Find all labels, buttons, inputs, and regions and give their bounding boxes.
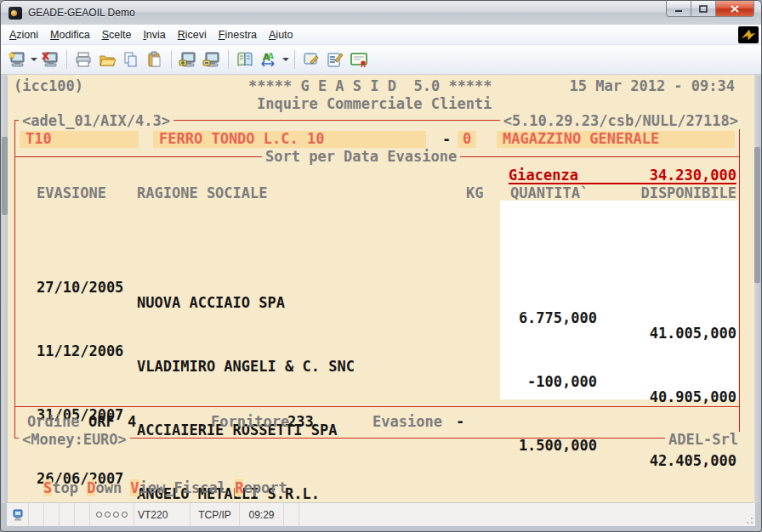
session-pc-icon [12, 509, 24, 521]
send-file-button[interactable] [177, 48, 199, 71]
app-banner: ***** G E A S I D 5.0 ***** [248, 78, 492, 94]
fonts-button[interactable]: AA [258, 48, 280, 71]
svg-text:A: A [268, 52, 274, 60]
article-description-field[interactable]: FERRO TONDO L.C. 10 [153, 131, 426, 148]
status-cell-empty [60, 503, 75, 526]
program-id: (icc100) [14, 78, 83, 94]
giacenza-value: 34.230,000 [650, 167, 736, 183]
print-button[interactable] [72, 48, 94, 71]
receive-file-button[interactable] [201, 48, 223, 71]
terminal-screen[interactable]: (icc100) ***** G E A S I D 5.0 ***** 15 … [7, 75, 755, 502]
edit-screen-button[interactable] [300, 48, 322, 71]
function-key[interactable]: View_Fiscal [130, 479, 235, 496]
function-key[interactable]: Down [87, 479, 130, 496]
connect-button[interactable] [6, 48, 28, 71]
row-date: 11/12/2006 [37, 343, 123, 359]
menu-bar: Azioni Modifica Scelte Invia Ricevi Fine… [1, 25, 761, 45]
scrollbar-thumb[interactable] [754, 147, 760, 283]
col-header-evasione: EVASIONE [37, 185, 106, 201]
close-icon [731, 5, 739, 13]
application-window: GEADE-GEAOIL Demo Azioni Modifica Scelte… [0, 0, 762, 532]
giacenza-label: Giacenza [509, 167, 578, 183]
session-status-cell [7, 503, 29, 526]
row-date: 27/10/2005 [37, 280, 123, 295]
evasione-value: - [456, 414, 464, 430]
status-bar: VT220 TCP/IP 09:29 [7, 502, 755, 526]
window-icon [9, 7, 22, 20]
paste-button[interactable] [144, 48, 166, 71]
col-header-disponibile: DISPONIBILE [640, 185, 736, 201]
window-title: GEADE-GEAOIL Demo [28, 7, 135, 19]
host-label: <5.10.29.23/csb/NULL/27118> [500, 113, 742, 129]
toolbar-separator [294, 50, 295, 69]
app-jet-icon [738, 26, 759, 43]
screen-subtitle: Inquire Commerciale Clienti [257, 96, 492, 112]
row-quantity: 1.500,000 [519, 438, 597, 453]
status-light-icon [122, 512, 128, 518]
article-code-field[interactable]: T10 [20, 131, 139, 148]
fornitore-number: 233 [287, 414, 314, 430]
menu-item[interactable]: Ricevi [172, 26, 213, 43]
minimize-icon [674, 5, 683, 13]
warehouse-name-field[interactable]: MAGAZZINO GENERALE [497, 131, 735, 148]
company-label: ADEL-Srl [665, 432, 742, 448]
footer-divider-line [14, 406, 740, 407]
left-scrollbar[interactable] [2, 76, 8, 503]
right-scrollbar[interactable] [754, 76, 760, 503]
toolbar-separator [66, 50, 67, 69]
row-quantity: -100,000 [527, 374, 597, 389]
resize-grip[interactable] [743, 514, 753, 524]
status-cell-empty [44, 503, 60, 526]
window-frame-bottom [1, 526, 761, 531]
fonts-dropdown-caret[interactable] [282, 58, 289, 61]
properties-button[interactable] [324, 48, 346, 71]
function-key[interactable]: Report [235, 479, 287, 496]
ordine-type: ORF [88, 414, 115, 430]
field-separator: - [442, 132, 451, 148]
close-button[interactable] [715, 1, 754, 17]
menu-item[interactable]: Aiuto [263, 26, 299, 43]
function-key[interactable]: Stop [43, 479, 87, 496]
menu-item[interactable]: Finestra [213, 26, 263, 43]
status-cell-empty [29, 503, 44, 526]
toolbar-separator [228, 50, 229, 69]
sort-label: Sort per Data Evasione [262, 149, 460, 165]
col-header-quantita: QUANTITA` [510, 185, 589, 201]
status-light-icon [96, 512, 102, 518]
disconnect-button[interactable] [39, 48, 61, 71]
status-light-icon [105, 512, 111, 518]
title-bar[interactable]: GEADE-GEAOIL Demo [1, 1, 761, 25]
menu-item[interactable]: Modifica [44, 26, 96, 43]
scrollbar-thumb[interactable] [2, 137, 8, 215]
fornitore-label: Fornitore [211, 414, 289, 430]
copy-button[interactable] [120, 48, 142, 71]
ordine-number: 4 [128, 414, 136, 430]
menu-item[interactable]: Scelte [96, 26, 138, 43]
license-button[interactable] [348, 48, 370, 71]
table-row[interactable]: 27/10/2005 NUOVA ACCIAIO SPA 6.775,000 4… [7, 264, 755, 282]
row-company: VLADIMIRO ANGELI & C. SNC [137, 359, 355, 374]
phonebook-button[interactable] [234, 48, 256, 71]
table-row[interactable]: 11/12/2006 VLADIMIRO ANGELI & C. SNC -10… [7, 328, 755, 346]
warehouse-code-field[interactable]: 0 [458, 131, 476, 148]
menu-item[interactable]: Invia [137, 26, 171, 43]
giacenza-total: Giacenza 34.230,000 [509, 167, 736, 184]
open-folder-button[interactable] [96, 48, 118, 71]
status-cell-empty [75, 503, 90, 526]
maximize-icon [699, 5, 708, 13]
col-header-kg: KG [466, 185, 483, 201]
maximize-button[interactable] [691, 1, 715, 17]
status-lights [90, 503, 134, 526]
connect-dropdown-caret[interactable] [31, 58, 37, 61]
toolbar-separator [171, 50, 172, 69]
menu-item[interactable]: Azioni [3, 26, 44, 43]
function-key-menu: Stop Down View_Fiscal Report [9, 450, 287, 495]
protocol-indicator: TCP/IP [190, 503, 240, 526]
col-header-ragione: RAGIONE SOCIALE [137, 185, 268, 201]
ordine-label: Ordine [27, 414, 79, 430]
status-light-icon [113, 512, 119, 518]
session-label: <adel_01/AIX/4.3> [19, 113, 173, 129]
evasione-label: Evasione [372, 414, 442, 430]
clock-indicator: 09:29 [240, 503, 284, 526]
minimize-button[interactable] [666, 1, 691, 17]
